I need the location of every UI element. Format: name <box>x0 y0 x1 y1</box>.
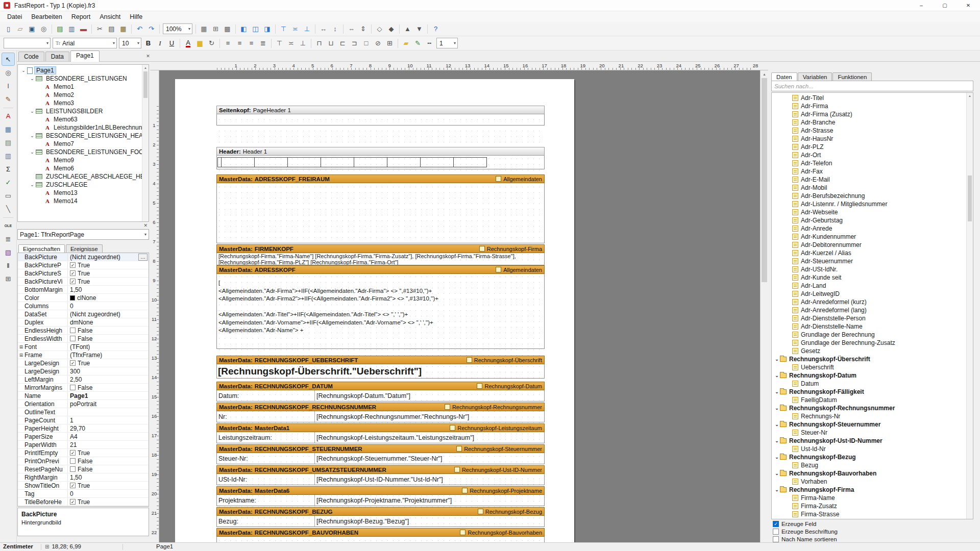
menu-report[interactable]: Report <box>67 12 95 21</box>
property-checkbox[interactable]: ✓ <box>70 262 76 268</box>
property-row-backpicturep[interactable]: BackPictureP✓True <box>18 261 149 269</box>
text-align-justify-button[interactable]: ≣ <box>257 37 269 49</box>
tree-item-memo1[interactable]: AMemo1 <box>18 83 149 91</box>
checkbox-object-button[interactable]: ✓ <box>2 176 14 188</box>
data-item-firma-name[interactable]: Firma-Name <box>772 494 973 502</box>
font-name-select[interactable]: TrArial▾ <box>53 38 117 48</box>
tree-item-memo2[interactable]: AMemo2 <box>18 91 149 99</box>
line-object-button[interactable]: ╲ <box>2 203 14 215</box>
align-bottom-button[interactable]: ⊥ <box>301 23 313 35</box>
show-grid-button[interactable]: ▦ <box>198 23 210 35</box>
band-header-masterdata1[interactable]: MasterData:MasterData1Rechnungskopf-Leis… <box>216 423 545 432</box>
data-item-rechnungskopf-rechnungsnummer[interactable]: ⌄Rechnungskopf-Rechnungsnummer <box>772 404 973 412</box>
text-rotation-button[interactable]: ↻ <box>206 37 217 49</box>
expander-icon[interactable]: ⌄ <box>774 487 780 492</box>
data-item-adr-mobil[interactable]: Adr-Mobil <box>772 184 973 192</box>
property-checkbox[interactable] <box>70 466 76 472</box>
data-tab-funktionen[interactable]: Funktionen <box>832 72 872 81</box>
memo-object[interactable]: Datum: <box>218 392 239 399</box>
sum-object-button[interactable]: Σ <box>2 163 14 175</box>
data-item-ueberschrift[interactable]: Ueberschrift <box>772 363 973 371</box>
band-header-rechnungskopf-bauvorhaben[interactable]: MasterData:RECHNUNGSKOPF_BAUVORHABENRech… <box>216 528 545 537</box>
table-cell[interactable] <box>217 157 222 167</box>
scroll-thumb[interactable] <box>762 78 767 282</box>
property-row-titlebeforehe[interactable]: TitleBeforeHe✓True <box>18 498 149 506</box>
text-align-right-button[interactable]: ≡ <box>246 37 257 49</box>
close-dock-icon[interactable]: ✕ <box>144 53 152 60</box>
data-item-adr-firma-zusatz[interactable]: Adr-Firma (Zusatz) <box>772 110 973 118</box>
menu-datei[interactable]: Datei <box>3 12 27 21</box>
band-content[interactable] <box>216 183 545 243</box>
property-row-largedesign[interactable]: LargeDesign✓True <box>18 359 149 367</box>
band-content[interactable]: [Rechnungskopf-Firma."Firma-Name"] [Rech… <box>216 253 545 265</box>
table-cell[interactable] <box>255 157 288 167</box>
object-select[interactable]: ▾ <box>4 38 51 48</box>
tree-item-memo6[interactable]: AMemo6 <box>18 164 149 172</box>
data-item-firma-zusatz[interactable]: Firma-Zusatz <box>772 502 973 510</box>
property-row-mirrormargins[interactable]: MirrorMarginsFalse <box>18 384 149 392</box>
property-row-printifempty[interactable]: PrintIfEmpty✓True <box>18 449 149 457</box>
expander-icon[interactable]: ⌄ <box>774 373 780 378</box>
memo-object[interactable]: <Allgemeindaten."Adr-Firma2">+IIF(<Allge… <box>217 295 544 303</box>
report-page[interactable]: Seitenkopf:PageHeader 1Header:Header 1Ma… <box>175 79 574 542</box>
band-header-rechnungskopf-bezug[interactable]: MasterData:RECHNUNGSKOPF_BEZUGRechnungsk… <box>216 507 545 516</box>
text-object-button[interactable]: A <box>2 110 14 122</box>
text-align-middle-button[interactable]: ≍ <box>285 37 297 49</box>
property-row-largedesign[interactable]: LargeDesign300 <box>18 367 149 375</box>
select-tool-button[interactable]: ↖ <box>2 53 14 65</box>
property-row-resetpagenu[interactable]: ResetPageNuFalse <box>18 465 149 473</box>
font-size-select[interactable]: 10▾ <box>119 38 141 48</box>
property-row-font[interactable]: ⊞Font(TFont) <box>18 343 149 351</box>
dropdown-arrow-icon[interactable]: ▾ <box>44 41 48 45</box>
tree-item-zuschlaege[interactable]: ⌄ZUSCHLAEGE <box>18 181 149 189</box>
data-item-adr-kunde-seit[interactable]: Adr-Kunde seit <box>772 273 973 282</box>
same-width-button[interactable]: ↔ <box>317 23 329 35</box>
preview-button[interactable]: ◎ <box>38 23 50 35</box>
frame-none-button[interactable]: ⊘ <box>372 37 384 49</box>
memo-object[interactable]: [ <box>217 279 544 287</box>
tab-page1[interactable]: Page1 <box>70 51 100 62</box>
scroll-thumb[interactable] <box>143 71 148 98</box>
memo-object[interactable]: <Allgemeindaten."Adr-Titel">+IIF(<Allgem… <box>217 311 544 319</box>
expander-icon[interactable]: ⌄ <box>20 68 27 73</box>
new-report-button[interactable]: ▯ <box>3 23 14 35</box>
memo-object[interactable]: <Allgemeindaten."Adr-Name"> + <box>217 327 544 335</box>
data-item-bezug[interactable]: Bezug <box>772 461 973 469</box>
expander-icon[interactable]: ⌄ <box>29 182 36 187</box>
band-header-rechnungskopf-rechnungsnummer[interactable]: MasterData:RECHNUNGSKOPF_RECHNUNGSNUMMER… <box>216 403 545 411</box>
menu-ansicht[interactable]: Ansicht <box>95 12 125 21</box>
checkbox[interactable] <box>773 536 779 542</box>
frame-top-button[interactable]: ⊓ <box>313 37 325 49</box>
tree-item-besondere-leistungen[interactable]: ⌄BESONDERE_LEISTUNGEN <box>18 74 149 83</box>
memo-object[interactable]: Bezug: <box>218 518 238 525</box>
band-content[interactable]: Nr:[Rechnungskopf-Rechnungsnummer."Rechn… <box>216 411 545 422</box>
property-row-outlinetext[interactable]: OutlineText <box>18 408 149 416</box>
memo-object[interactable] <box>217 303 544 311</box>
tree-scrollbar[interactable]: ▲ <box>142 65 149 221</box>
memo-object[interactable]: Leistungszeitraum: <box>218 434 272 441</box>
menu-bearbeiten[interactable]: Bearbeiten <box>27 12 66 21</box>
save-report-button[interactable]: ▣ <box>26 23 38 35</box>
property-row-columns[interactable]: Columns0 <box>18 302 149 310</box>
data-item-adr-dienststelle-person[interactable]: Adr-Dienststelle-Person <box>772 314 973 322</box>
minimize-button[interactable]: – <box>910 0 933 11</box>
table-cell[interactable] <box>288 157 321 167</box>
data-item-adr-anredeformel-lang[interactable]: Adr-Anredeformel (lang) <box>772 306 973 314</box>
data-item-faelligdatum[interactable]: FaelligDatum <box>772 396 973 404</box>
chart-object-button[interactable]: ▧ <box>2 246 14 258</box>
memo-object[interactable]: <Allgemeindaten."Adr-Vorname">+IIF(<Allg… <box>217 319 544 327</box>
memo-object[interactable]: [Rechnungskopf-Überschrift."Ueberschrift… <box>217 364 544 379</box>
table-cell[interactable] <box>321 157 354 167</box>
expander-icon[interactable]: ⌄ <box>774 357 780 362</box>
frame-all-button[interactable]: □ <box>360 37 372 49</box>
italic-button[interactable]: I <box>154 37 166 49</box>
property-checkbox[interactable]: ✓ <box>70 270 76 276</box>
object-inspector-select[interactable]: Page1: TfrxReportPage ▾ <box>17 229 149 240</box>
copy-button[interactable]: ▤ <box>106 23 117 35</box>
data-item-rechnungskopf-bauvorhaben[interactable]: ⌄Rechnungskopf-Bauvorhaben <box>772 469 973 478</box>
copy-page-button[interactable]: ▥ <box>66 23 78 35</box>
checkbox[interactable] <box>773 529 779 535</box>
property-row-endlessheigh[interactable]: EndlessHeighFalse <box>18 327 149 335</box>
frame-edit-button[interactable]: ⊞ <box>384 37 396 49</box>
band-content[interactable]: [Rechnungskopf-Überschrift."Ueberschrift… <box>216 364 545 379</box>
